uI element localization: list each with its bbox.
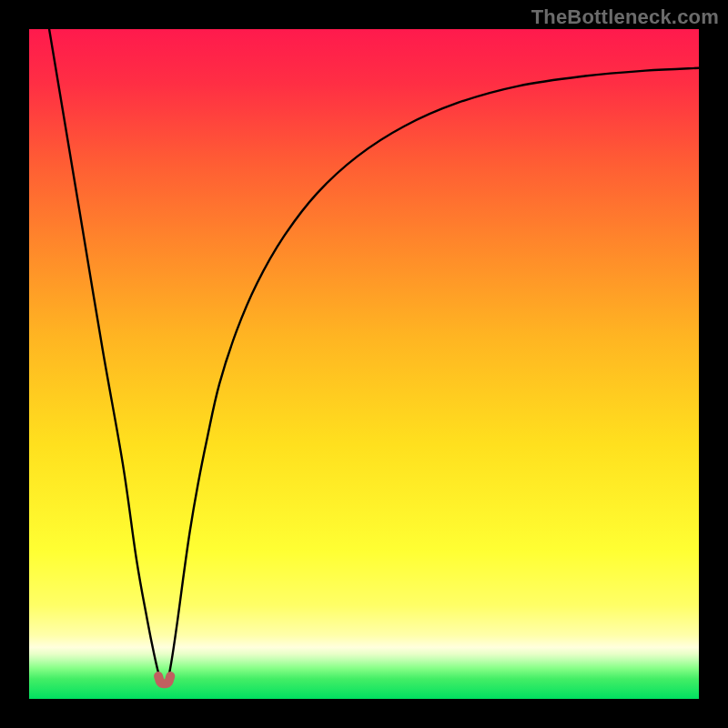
plot-area	[29, 29, 699, 699]
curve-layer	[29, 29, 699, 699]
attribution-label: TheBottleneck.com	[531, 5, 719, 29]
minimum-marker	[158, 676, 170, 683]
bottleneck-curve	[49, 29, 699, 683]
chart-frame: TheBottleneck.com	[0, 0, 728, 728]
